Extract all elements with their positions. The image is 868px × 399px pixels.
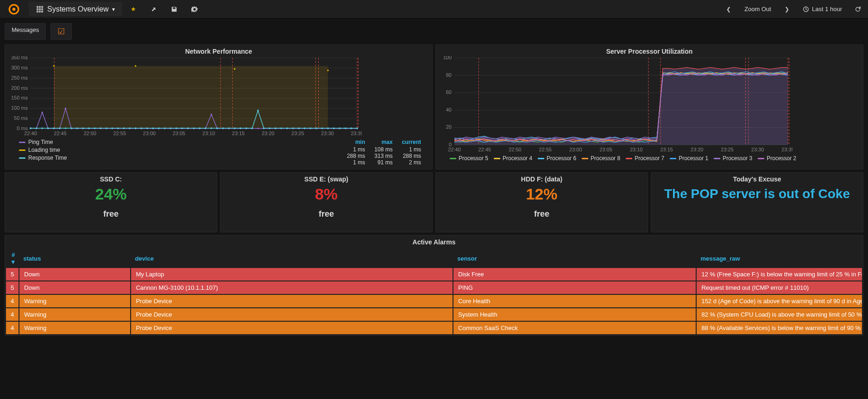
table-row[interactable]: 5DownMy LaptopDisk Free12 % (Free Space … xyxy=(6,268,862,281)
legend-item[interactable]: Processor 3 xyxy=(714,155,752,162)
svg-point-142 xyxy=(222,127,224,129)
panel-ssd-c[interactable]: SSD C: 24% free xyxy=(5,172,217,232)
time-range-picker[interactable]: Last 1 hour xyxy=(797,0,848,18)
panel-cpu-utilization[interactable]: Server Processor Utilization 02040608010… xyxy=(435,44,863,169)
svg-text:22:45: 22:45 xyxy=(54,131,67,136)
table-cell: 4 xyxy=(6,295,19,307)
svg-text:22:55: 22:55 xyxy=(539,147,552,152)
panel-hdd-f[interactable]: HDD F: (data) 12% free xyxy=(435,172,648,232)
svg-point-155 xyxy=(298,127,300,129)
svg-point-146 xyxy=(245,127,247,129)
table-cell: Down xyxy=(19,268,130,281)
time-forward-button[interactable]: ❯ xyxy=(778,2,796,16)
panel-title: Active Alarms xyxy=(5,236,863,249)
share-button[interactable] xyxy=(145,2,163,16)
table-row[interactable]: 4WarningProbe DeviceCore Health152 d (Ag… xyxy=(6,295,862,307)
legend-label: Loading time xyxy=(28,147,60,153)
table-row[interactable]: 4WarningProbe DeviceCommon SaaS Check88 … xyxy=(6,322,862,334)
svg-text:20: 20 xyxy=(446,124,452,130)
legend-item[interactable]: Processor 8 xyxy=(582,155,620,162)
panel-excuse[interactable]: Today's Excuse The POP server is out of … xyxy=(651,172,863,232)
svg-text:80: 80 xyxy=(446,72,452,78)
zoom-out-button[interactable]: Zoom Out xyxy=(739,0,777,18)
stat-sub: free xyxy=(534,209,549,219)
dashboard-picker[interactable]: Systems Overview ▾ xyxy=(29,2,122,16)
table-cell: Down xyxy=(19,281,130,294)
svg-text:60: 60 xyxy=(446,89,452,95)
svg-text:200 ms: 200 ms xyxy=(11,85,28,91)
svg-point-118 xyxy=(82,127,84,129)
settings-button[interactable] xyxy=(185,2,204,16)
legend-swatch xyxy=(538,158,544,159)
table-row[interactable]: 4WarningProbe DeviceSystem Health82 % (S… xyxy=(6,308,862,321)
svg-point-112 xyxy=(47,127,49,129)
legend-item[interactable]: Loading time xyxy=(19,147,67,153)
legend-item[interactable]: Processor 5 xyxy=(450,155,488,162)
legend-item[interactable]: Processor 7 xyxy=(626,155,664,162)
legend-item[interactable]: Response Time xyxy=(19,155,67,161)
svg-text:23:20: 23:20 xyxy=(262,131,275,136)
legend-item[interactable]: Processor 2 xyxy=(758,155,796,162)
table-cell: 82 % (System CPU Load) is above the warn… xyxy=(697,308,862,321)
svg-point-119 xyxy=(88,127,90,129)
svg-point-109 xyxy=(30,127,31,129)
alarm-col-header[interactable]: message_raw xyxy=(697,249,862,267)
svg-point-116 xyxy=(70,127,72,129)
alarm-col-header[interactable]: # ▾ xyxy=(6,249,19,267)
chevron-right-icon: ❯ xyxy=(785,6,789,12)
svg-text:250 ms: 250 ms xyxy=(11,75,28,81)
table-row[interactable]: 5DownCannon MG-3100 (10.1.1.107)PINGRequ… xyxy=(6,281,862,294)
refresh-button[interactable] xyxy=(849,2,867,16)
svg-point-140 xyxy=(210,127,212,129)
time-back-button[interactable]: ❮ xyxy=(719,2,738,16)
table-cell: PING xyxy=(453,281,696,294)
row-tab-check[interactable]: ☑ xyxy=(50,23,72,40)
save-button[interactable] xyxy=(165,2,183,16)
grafana-logo[interactable] xyxy=(0,0,28,18)
table-cell: Warning xyxy=(19,308,130,321)
alarm-col-header[interactable]: sensor xyxy=(453,249,696,267)
svg-point-163 xyxy=(345,127,346,129)
svg-point-134 xyxy=(176,127,177,129)
svg-text:23:30: 23:30 xyxy=(321,131,334,136)
panel-active-alarms[interactable]: Active Alarms # ▾statusdevicesensormessa… xyxy=(5,235,863,336)
table-cell: 4 xyxy=(6,322,19,334)
svg-text:23:30: 23:30 xyxy=(751,147,764,152)
legend-stat-value: 1 ms xyxy=(342,146,370,153)
svg-point-156 xyxy=(304,127,306,129)
panel-title: Network Performance xyxy=(5,45,432,56)
row-tab-messages[interactable]: Messages xyxy=(5,23,46,40)
svg-point-161 xyxy=(333,127,335,129)
table-cell: Probe Device xyxy=(131,308,453,321)
svg-text:22:40: 22:40 xyxy=(24,131,37,136)
svg-point-147 xyxy=(252,127,253,129)
svg-point-122 xyxy=(106,127,107,129)
legend-stat-header: min xyxy=(342,139,370,146)
legend-item[interactable]: Processor 4 xyxy=(494,155,532,162)
legend-item[interactable]: Processor 1 xyxy=(670,155,708,162)
svg-point-149 xyxy=(263,127,265,129)
svg-rect-4 xyxy=(41,6,43,8)
legend-stat-value: 2 ms xyxy=(397,159,426,166)
svg-rect-6 xyxy=(39,8,41,10)
panel-network-performance[interactable]: Network Performance 0 ms50 ms100 ms150 m… xyxy=(5,44,433,169)
svg-rect-2 xyxy=(37,6,38,8)
legend-cpu: Processor 5Processor 4Processor 6Process… xyxy=(436,153,863,165)
panel-ssd-e[interactable]: SSD E: (swap) 8% free xyxy=(220,172,433,232)
svg-rect-10 xyxy=(41,11,43,12)
legend-swatch xyxy=(19,157,25,159)
svg-point-151 xyxy=(275,127,277,129)
svg-point-126 xyxy=(129,127,131,129)
star-button[interactable]: ★ xyxy=(124,2,143,16)
legend-item[interactable]: Processor 6 xyxy=(538,155,576,162)
star-icon: ★ xyxy=(131,6,136,12)
svg-rect-7 xyxy=(41,8,43,10)
chevron-left-icon: ❮ xyxy=(726,6,731,12)
alarm-col-header[interactable]: status xyxy=(19,249,130,267)
table-cell: Warning xyxy=(19,295,130,307)
table-cell: Disk Free xyxy=(453,268,696,281)
alarm-col-header[interactable]: device xyxy=(131,249,453,267)
svg-text:23:35: 23:35 xyxy=(351,131,362,136)
svg-point-129 xyxy=(146,127,148,129)
legend-item[interactable]: Ping Time xyxy=(19,139,67,145)
